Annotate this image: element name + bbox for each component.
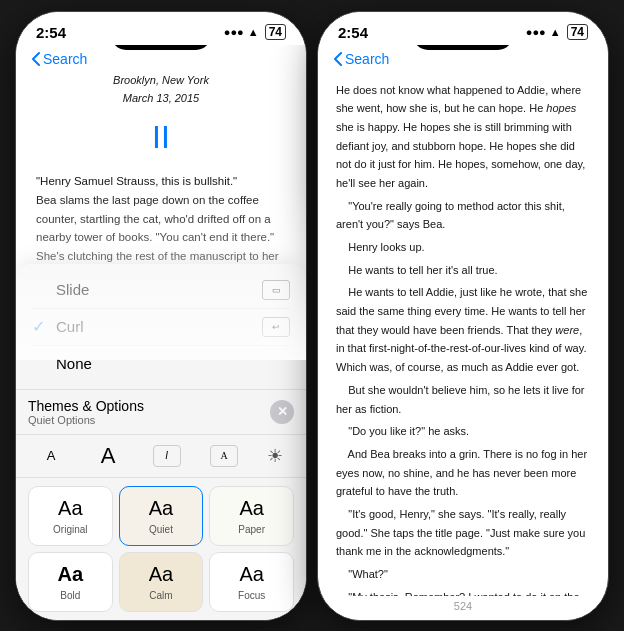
right-line-4: He wants to tell her it's all true.: [336, 261, 590, 280]
font-large-button[interactable]: A: [93, 441, 124, 471]
theme-paper[interactable]: Aa Paper: [209, 486, 294, 546]
theme-focus-label: Focus: [238, 590, 265, 601]
theme-focus[interactable]: Aa Focus: [209, 552, 294, 612]
right-book-area: He does not know what happened to Addie,…: [318, 71, 608, 596]
right-line-7: "Do you like it?" he asks.: [336, 422, 590, 441]
right-line-8: And Bea breaks into a grin. There is no …: [336, 445, 590, 501]
time-right: 2:54: [338, 24, 368, 41]
theme-bold-label: Bold: [60, 590, 80, 601]
none-label: None: [56, 355, 92, 372]
slide-option-slide[interactable]: ✓ Slide ▭: [32, 272, 290, 309]
battery-left: 74: [265, 24, 286, 40]
font-serif-button[interactable]: A: [210, 445, 238, 467]
close-icon: ✕: [277, 404, 288, 419]
wifi-icon-right: ▲: [550, 26, 561, 38]
back-button-left[interactable]: Search: [32, 51, 87, 67]
close-button[interactable]: ✕: [270, 400, 294, 424]
slide-option-curl[interactable]: ✓ Curl ↩: [32, 309, 290, 346]
status-icons-left: ●●● ▲ 74: [224, 24, 286, 40]
right-line-10: "What?": [336, 565, 590, 584]
themes-header: Themes & Options Quiet Options ✕: [16, 389, 306, 434]
right-line-2: "You're really going to method actor thi…: [336, 197, 590, 234]
right-line-3: Henry looks up.: [336, 238, 590, 257]
wifi-icon: ▲: [248, 26, 259, 38]
time-left: 2:54: [36, 24, 66, 41]
check-curl: ✓: [32, 317, 48, 336]
slide-options: ✓ Slide ▭ ✓ Curl ↩ ✓: [16, 264, 306, 389]
theme-calm-label: Calm: [149, 590, 172, 601]
themes-title: Themes & Options Quiet Options: [28, 398, 144, 426]
phone-right: 2:54 ●●● ▲ 74 Search He does not know wh…: [317, 11, 609, 621]
theme-calm[interactable]: Aa Calm: [119, 552, 204, 612]
signal-icon: ●●●: [224, 26, 244, 38]
book-header: Brooklyn, New York March 13, 2015: [36, 71, 286, 107]
chevron-left-icon: [32, 52, 40, 66]
right-line-9: "It's good, Henry," she says. "It's real…: [336, 505, 590, 561]
theme-calm-text: Aa: [149, 563, 173, 586]
slide-option-none[interactable]: ✓ None: [32, 346, 290, 381]
theme-original-text: Aa: [58, 497, 82, 520]
book-para-1: "Henry Samuel Strauss, this is bullshit.…: [36, 172, 286, 191]
signal-icon-right: ●●●: [526, 26, 546, 38]
status-bar-right: 2:54 ●●● ▲ 74: [318, 12, 608, 45]
status-bar-left: 2:54 ●●● ▲ 74: [16, 12, 306, 45]
slide-label: Slide: [56, 281, 89, 298]
theme-quiet-label: Quiet: [149, 524, 173, 535]
slide-icon: ▭: [262, 280, 290, 300]
right-book-content: He does not know what happened to Addie,…: [318, 71, 608, 596]
curl-label: Curl: [56, 318, 84, 335]
status-icons-right: ●●● ▲ 74: [526, 24, 588, 40]
chevron-left-icon-right: [334, 52, 342, 66]
font-style-button[interactable]: I: [153, 445, 181, 467]
font-controls: A A I A ☀: [16, 434, 306, 478]
theme-paper-label: Paper: [238, 524, 265, 535]
theme-cards-grid: Aa Original Aa Quiet Aa Paper Aa Bold: [16, 478, 306, 620]
back-button-right[interactable]: Search: [334, 51, 389, 67]
battery-right: 74: [567, 24, 588, 40]
theme-paper-text: Aa: [239, 497, 263, 520]
brightness-button[interactable]: ☀: [267, 445, 283, 467]
page-number-right: 524: [318, 596, 608, 620]
right-line-1: He does not know what happened to Addie,…: [336, 81, 590, 193]
font-small-button[interactable]: A: [39, 446, 64, 465]
theme-bold-text: Aa: [58, 563, 84, 586]
right-line-6: But she wouldn't believe him, so he lets…: [336, 381, 590, 418]
theme-quiet[interactable]: Aa Quiet: [119, 486, 204, 546]
phone-left: 2:54 ●●● ▲ 74 Search Brooklyn, New York: [15, 11, 307, 621]
theme-original[interactable]: Aa Original: [28, 486, 113, 546]
curl-icon: ↩: [262, 317, 290, 337]
bottom-panel: ✓ Slide ▭ ✓ Curl ↩ ✓: [16, 264, 306, 620]
theme-original-label: Original: [53, 524, 87, 535]
theme-focus-text: Aa: [239, 563, 263, 586]
right-line-5: He wants to tell Addie, just like he wro…: [336, 283, 590, 376]
right-line-11: "My thesis. Remember? I wanted to do it …: [336, 588, 590, 596]
theme-bold[interactable]: Aa Bold: [28, 552, 113, 612]
chapter-number: II: [36, 111, 286, 164]
theme-quiet-text: Aa: [149, 497, 173, 520]
